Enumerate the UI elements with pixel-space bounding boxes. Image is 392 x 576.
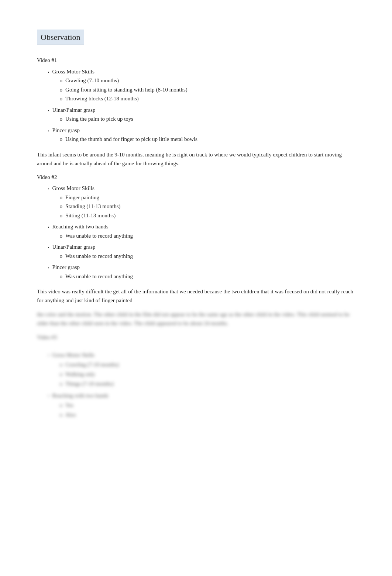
o-marker: o	[60, 135, 63, 144]
o-marker: o	[60, 115, 63, 123]
v1-i1-c3: Throwing blocks (12-18 months)	[65, 94, 139, 103]
bullet-icon: ▪	[48, 224, 49, 230]
v1-item3-label: Pincer grasp	[52, 127, 80, 133]
video2-paragraph: This video was really difficult the get …	[37, 287, 355, 305]
video1-label: Video #1	[37, 56, 355, 65]
v1-i1-c1: Crawling (7-10 months)	[65, 76, 119, 85]
blurred-paragraph: the color and the motion. The other chil…	[37, 310, 355, 328]
video3-label: Video #3	[37, 333, 355, 342]
video2-label: Video #2	[37, 173, 355, 182]
v2-item1-label: Gross Motor Skills	[52, 185, 94, 191]
v2-item4-label: Pincer grasp	[52, 264, 80, 270]
v1-i1-c2: Going from sitting to standing with help…	[65, 86, 188, 94]
v1-i3-c1: Using the thumb and for finger to pick u…	[65, 135, 197, 144]
video1-list: ▪ Gross Motor Skills o Crawling (7-10 mo…	[37, 68, 355, 145]
o-marker: o	[60, 76, 63, 85]
video1-paragraph: This infant seems to be around the 9-10 …	[37, 150, 355, 168]
bullet-icon: ▪	[48, 69, 49, 75]
bullet-icon: ▪	[48, 186, 49, 192]
v2-i3-c1: Was unable to record anything	[65, 252, 133, 261]
v2-i1-c3: Sitting (11-13 months)	[65, 211, 116, 220]
v2-i2-c1: Was unable to record anything	[65, 232, 133, 240]
o-marker: o	[60, 86, 63, 94]
o-marker: o	[60, 202, 63, 211]
o-marker: o	[60, 232, 63, 240]
v2-i1-c2: Standing (11-13 months)	[65, 202, 120, 211]
v2-item2-label: Reaching with two hands	[52, 224, 109, 230]
v1-item2-label: Ulnar/Palmar grasp	[52, 107, 96, 113]
video2-list: ▪ Gross Motor Skills o Finger painting o…	[37, 184, 355, 282]
bullet-icon: ▪	[48, 265, 49, 270]
v2-item3-label: Ulnar/Palmar grasp	[52, 244, 96, 250]
o-marker: o	[60, 193, 63, 202]
bullet-icon: ▪	[48, 128, 49, 134]
o-marker: o	[60, 211, 63, 220]
bullet-icon: ▪	[48, 108, 49, 113]
v1-i2-c1: Using the palm to pick up toys	[65, 115, 133, 123]
v2-i1-c1: Finger painting	[65, 193, 99, 202]
blurred-video3-section: Video #3 ▪ Gross Motor Skills oCrawling …	[37, 333, 355, 420]
page-title: Observation	[37, 30, 84, 45]
o-marker: o	[60, 252, 63, 261]
v1-item1-label: Gross Motor Skills	[52, 69, 94, 75]
v2-i4-c1: Was unable to record anything	[65, 272, 133, 281]
bullet-icon: ▪	[48, 245, 49, 250]
o-marker: o	[60, 272, 63, 281]
o-marker: o	[60, 94, 63, 103]
